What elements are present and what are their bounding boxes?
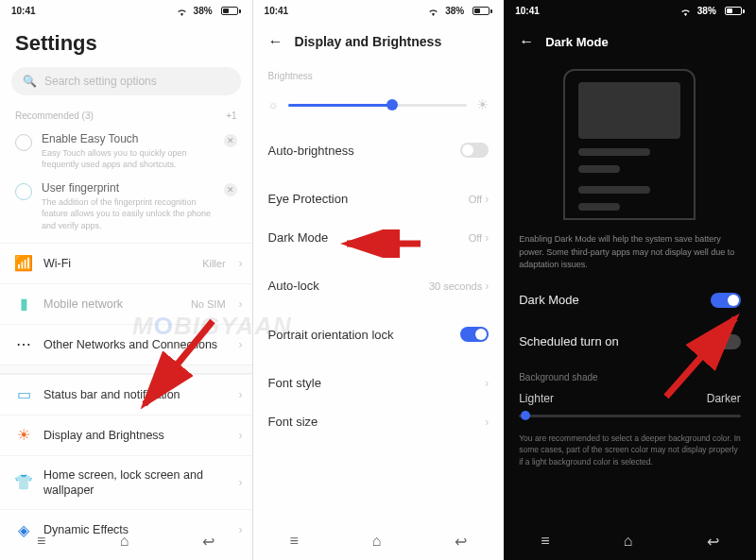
brightness-low-icon: ☼ [268, 98, 279, 111]
status-bar: 10:41 38% [0, 0, 252, 22]
row-portrait-lock[interactable]: Portrait orientation lock [253, 314, 505, 354]
section-background-shade: Background shade [504, 363, 756, 386]
search-input[interactable]: 🔍 Search setting options [11, 67, 241, 95]
panel-display-brightness: 10:41 38% ← Display and Brightness Brigh… [252, 0, 505, 560]
easytouch-icon [15, 134, 32, 151]
chevron-icon: › [239, 338, 243, 351]
section-brightness: Brightness [253, 63, 505, 87]
sim-icon: ▮ [15, 296, 32, 313]
status-battery-pct: 38% [445, 6, 464, 16]
item-status-bar[interactable]: ▭ Status bar and notification › [0, 374, 252, 415]
row-dark-mode[interactable]: Dark Mode Off › [253, 218, 505, 257]
dark-mode-description: Enabling Dark Mode will help the system … [504, 220, 756, 280]
fingerprint-icon [15, 183, 32, 200]
item-other-networks[interactable]: ⋯ Other Networks and Connections › [0, 324, 252, 365]
nav-back[interactable]: ↩ [455, 533, 467, 551]
status-battery-pct: 38% [697, 6, 716, 16]
recommended-header: Recommended (3) [15, 110, 94, 121]
scheduled-toggle[interactable] [711, 334, 741, 349]
status-time: 10:41 [11, 6, 36, 16]
dark-mode-toggle[interactable] [711, 293, 741, 308]
brightness-slider[interactable] [288, 104, 468, 107]
nav-back[interactable]: ↩ [202, 533, 215, 551]
nav-home[interactable]: ⌂ [624, 533, 633, 550]
page-title: Display and Brightness [295, 34, 442, 49]
row-scheduled-turn-on[interactable]: Scheduled turn on [504, 321, 756, 363]
dots-icon: ⋯ [15, 336, 32, 353]
status-time: 10:41 [265, 6, 289, 16]
nav-menu[interactable]: ≡ [290, 533, 299, 550]
row-font-style[interactable]: Font style › [253, 364, 505, 402]
nav-menu[interactable]: ≡ [541, 533, 549, 550]
wifi-icon [427, 7, 439, 16]
search-icon: 🔍 [23, 75, 37, 88]
chevron-icon: › [239, 388, 243, 401]
dark-mode-preview [563, 69, 696, 220]
rec-title: User fingerprint [42, 181, 215, 195]
nav-home[interactable]: ⌂ [120, 533, 129, 550]
dismiss-button[interactable]: ✕ [224, 183, 237, 196]
brightness-high-icon: ☀ [476, 96, 489, 113]
wifi-icon [679, 7, 692, 16]
shade-darker-label: Darker [707, 392, 741, 405]
status-bar: 10:41 38% [504, 0, 756, 22]
dismiss-button[interactable]: ✕ [224, 134, 237, 147]
chevron-icon: › [239, 297, 243, 311]
recommendation-fingerprint[interactable]: User fingerprint The addition of the fin… [0, 176, 252, 242]
status-time: 10:41 [515, 6, 540, 16]
nav-back[interactable]: ↩ [707, 533, 719, 551]
back-button[interactable]: ← [268, 33, 284, 50]
status-battery-pct: 38% [194, 6, 213, 16]
rec-title: Enable Easy Touch [42, 132, 215, 145]
row-auto-lock[interactable]: Auto-lock 30 seconds › [253, 266, 505, 305]
chevron-icon: › [239, 476, 243, 489]
rec-sub: The addition of the fingerprint recognit… [42, 196, 215, 230]
shade-note: You are recommended to select a deeper b… [504, 427, 756, 478]
item-display-brightness[interactable]: ☀ Display and Brightness › [0, 415, 252, 455]
page-title: Dark Mode [545, 35, 608, 49]
brightness-icon: ☀ [15, 427, 32, 444]
nav-home[interactable]: ⌂ [372, 533, 382, 550]
rec-sub: Easy Touch allows you to quickly open fr… [42, 147, 215, 170]
nav-bar: ≡ ⌂ ↩ [0, 522, 252, 560]
wallpaper-icon: 👕 [15, 474, 32, 491]
nav-menu[interactable]: ≡ [37, 533, 45, 550]
battery-icon [470, 7, 492, 15]
shade-lighter-label: Lighter [519, 392, 554, 405]
status-bar: 10:41 38% [253, 0, 505, 22]
statusbar-icon: ▭ [15, 386, 32, 403]
panel-dark-mode: 10:41 38% ← Dark Mode Enabling Dark Mode… [504, 0, 756, 560]
chevron-icon: › [239, 257, 243, 270]
row-auto-brightness[interactable]: Auto-brightness [253, 130, 505, 170]
panel-settings: 10:41 38% Settings 🔍 Search setting opti… [0, 0, 252, 560]
wifi-icon: 📶 [15, 255, 32, 272]
item-mobile-network[interactable]: ▮ Mobile network No SIM › [0, 283, 252, 324]
search-placeholder: Search setting options [44, 75, 157, 88]
auto-brightness-toggle[interactable] [460, 143, 489, 158]
row-dark-mode-toggle[interactable]: Dark Mode [504, 280, 756, 321]
nav-bar: ≡ ⌂ ↩ [504, 522, 756, 560]
row-font-size[interactable]: Font size › [253, 402, 505, 441]
battery-icon [218, 7, 241, 15]
recommended-more[interactable]: +1 [226, 110, 236, 121]
page-title: Settings [0, 22, 252, 67]
item-wifi[interactable]: 📶 Wi-Fi Killer › [0, 243, 252, 283]
battery-icon [722, 7, 745, 15]
portrait-lock-toggle[interactable] [460, 327, 489, 342]
recommendation-easy-touch[interactable]: Enable Easy Touch Easy Touch allows you … [0, 127, 252, 176]
back-button[interactable]: ← [519, 33, 534, 50]
row-eye-protection[interactable]: Eye Protection Off › [253, 179, 505, 218]
wifi-icon [176, 7, 188, 16]
chevron-icon: › [239, 429, 243, 442]
item-home-lock-wallpaper[interactable]: 👕 Home screen, lock screen and wallpaper… [0, 455, 252, 510]
nav-bar: ≡ ⌂ ↩ [253, 522, 505, 560]
background-shade-slider[interactable] [519, 415, 741, 417]
